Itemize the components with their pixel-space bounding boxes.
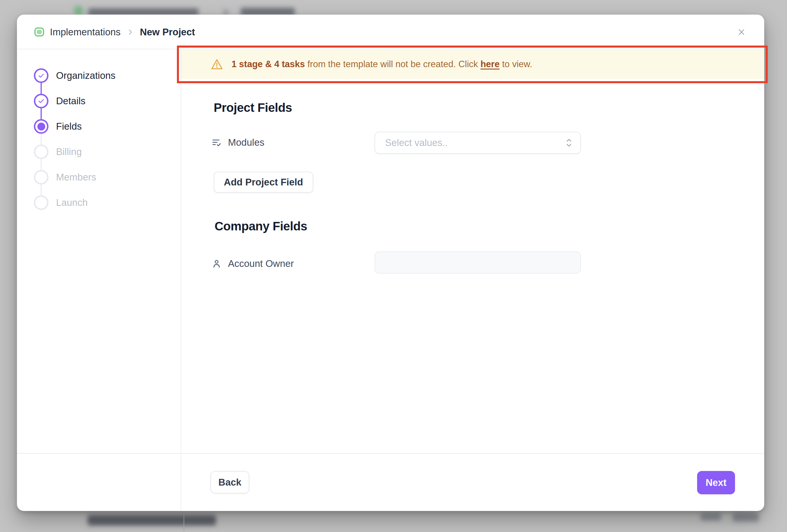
warning-suffix-text: to view. [499,59,532,69]
step-details[interactable]: Details [34,94,86,108]
chevron-right-icon [126,28,134,36]
warning-banner: 1 stage & 4 tasks from the template will… [181,50,764,79]
modules-select[interactable]: Select values.. [375,132,581,154]
background-blurred-cell [733,513,759,522]
account-owner-label: Account Owner [228,258,294,269]
warning-body-text: from the template will not be created. C… [305,59,481,69]
background-blurred-row-text [88,515,216,526]
breadcrumb-new-project: New Project [140,26,195,38]
step-members[interactable]: Members [34,170,96,185]
stepper-connector [41,185,42,195]
modal-header: Implementations New Project [17,15,764,49]
stepper-connector [41,83,42,94]
step-organizations[interactable]: Organizations [34,68,115,83]
add-project-field-button[interactable]: Add Project Field [214,172,313,193]
empty-circle-icon [34,170,48,185]
breadcrumb-implementations[interactable]: Implementations [50,26,121,38]
new-project-modal: Implementations New Project Organization… [17,15,764,511]
step-launch[interactable]: Launch [34,195,88,210]
stepper-connector [41,134,42,145]
select-placeholder: Select values.. [385,137,565,148]
step-label: Details [56,95,86,107]
stepper-connector [41,159,42,170]
warning-count-text: 1 stage & 4 tasks [232,59,305,69]
background-blurred-icon [74,6,83,15]
back-button[interactable]: Back [211,471,249,493]
company-fields-heading: Company Fields [215,219,307,233]
step-label: Billing [56,146,82,157]
step-fields[interactable]: Fields [34,119,82,134]
modules-label: Modules [228,137,264,148]
step-label: Fields [56,121,82,132]
step-label: Members [56,172,96,183]
here-link[interactable]: here [481,59,499,69]
stepper-connector [41,108,42,119]
warning-triangle-icon [211,58,223,70]
background-blurred-cell [701,513,721,520]
modules-field-row: Modules [212,135,264,150]
user-icon [212,259,221,269]
background-column-divider [184,511,184,532]
account-owner-field-row: Account Owner [212,256,294,271]
active-dot-icon [34,119,48,134]
chevron-up-down-icon [565,137,573,148]
warning-message: 1 stage & 4 tasks from the template will… [232,59,532,69]
next-button[interactable]: Next [697,471,735,494]
sidebar-divider [181,49,181,511]
project-fields-heading: Project Fields [214,101,292,115]
close-icon[interactable] [737,28,746,37]
implementations-app-icon [35,27,44,37]
step-label: Launch [56,197,88,208]
empty-circle-icon [34,145,48,159]
check-circle-icon [34,94,48,108]
check-circle-icon [34,68,48,83]
step-label: Organizations [56,70,115,81]
list-check-icon [212,137,221,147]
step-billing[interactable]: Billing [34,145,82,159]
account-owner-input[interactable] [375,251,581,274]
breadcrumb: Implementations New Project [35,15,195,49]
footer-divider [17,453,764,454]
empty-circle-icon [34,195,48,210]
implementations-app-icon-fill [37,30,42,34]
